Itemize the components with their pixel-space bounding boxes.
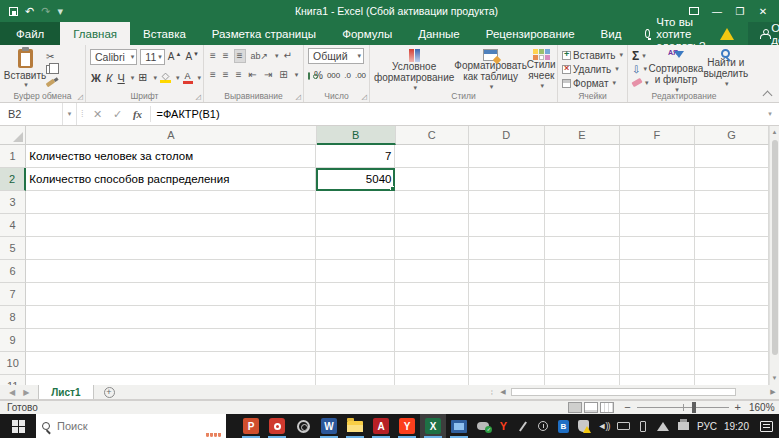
- collapse-ribbon-icon[interactable]: [763, 91, 773, 101]
- paste-dropdown-icon[interactable]: ▾: [24, 81, 28, 89]
- tab-данные[interactable]: Данные: [405, 22, 473, 45]
- cell-B3[interactable]: [316, 191, 395, 214]
- cell-C7[interactable]: [395, 283, 468, 306]
- zoom-out-icon[interactable]: −: [624, 402, 630, 413]
- cell-styles-button[interactable]: Стили ячеек▾: [527, 48, 556, 89]
- cell-D3[interactable]: [469, 191, 545, 214]
- bold-button[interactable]: Ж: [90, 72, 102, 84]
- cell-G2[interactable]: [695, 168, 769, 191]
- cell-F4[interactable]: [620, 214, 695, 237]
- cell-E2[interactable]: [545, 168, 620, 191]
- cell-A3[interactable]: [26, 191, 316, 214]
- cell-B6[interactable]: [316, 260, 395, 283]
- cut-icon[interactable]: ✂: [46, 50, 55, 62]
- font-color-icon[interactable]: А: [183, 72, 193, 84]
- row-header-7[interactable]: 7: [0, 283, 26, 306]
- font-dialog-launcher-icon[interactable]: ◿: [196, 93, 201, 100]
- copy-icon[interactable]: [46, 63, 55, 75]
- search-input[interactable]: [57, 420, 167, 432]
- shrink-font-icon[interactable]: А▼: [185, 51, 200, 62]
- column-header-B[interactable]: B: [317, 126, 396, 145]
- row-header-8[interactable]: 8: [0, 306, 26, 329]
- cell-E7[interactable]: [545, 283, 620, 306]
- cell-G11[interactable]: [695, 375, 769, 385]
- cell-C5[interactable]: [395, 237, 468, 260]
- select-all-corner[interactable]: [0, 126, 26, 145]
- tab-разметка-страницы[interactable]: Разметка страницы: [199, 22, 329, 45]
- accounting-format-icon[interactable]: [308, 72, 310, 80]
- display-settings-icon[interactable]: [446, 414, 472, 438]
- horizontal-scrollbar[interactable]: ◀ ▶: [497, 385, 779, 399]
- name-box[interactable]: B2: [0, 103, 63, 125]
- cell-C11[interactable]: [395, 375, 468, 385]
- cell-D5[interactable]: [469, 237, 545, 260]
- clock-icon[interactable]: [537, 419, 550, 433]
- action-center-icon[interactable]: [760, 421, 773, 432]
- cell-G5[interactable]: [695, 237, 769, 260]
- delete-cells-button[interactable]: Удалить▾: [562, 62, 624, 76]
- cell-B7[interactable]: [316, 283, 395, 306]
- increase-indent-icon[interactable]: ⇥: [262, 69, 274, 81]
- conditional-formatting-button[interactable]: Условное форматирование▾: [374, 48, 454, 89]
- zoom-slider[interactable]: [637, 407, 729, 408]
- redo-icon[interactable]: ↷: [41, 6, 50, 17]
- number-format-combo[interactable]: Общий▾: [308, 48, 364, 64]
- underline-button[interactable]: Ч: [116, 72, 125, 84]
- cell-G4[interactable]: [695, 214, 769, 237]
- cell-A10[interactable]: [26, 352, 316, 375]
- word-icon[interactable]: W: [316, 414, 342, 438]
- row-header-2[interactable]: 2: [0, 168, 26, 191]
- comma-style-icon[interactable]: 000: [327, 71, 340, 80]
- restore-icon[interactable]: ❐: [729, 2, 751, 20]
- wrap-text-icon[interactable]: ↵: [282, 50, 294, 62]
- cell-F7[interactable]: [620, 283, 695, 306]
- normal-view-icon[interactable]: [568, 402, 582, 413]
- scroll-down-icon[interactable]: ▼: [770, 372, 779, 385]
- fill-color-icon[interactable]: [160, 73, 171, 83]
- cell-B4[interactable]: [316, 214, 395, 237]
- clear-icon[interactable]: ▾: [632, 77, 649, 90]
- formula-input[interactable]: =ФАКТР(B1): [157, 108, 761, 120]
- camera-icon[interactable]: [264, 414, 290, 438]
- cell-F3[interactable]: [620, 191, 695, 214]
- page-layout-view-icon[interactable]: [584, 402, 598, 413]
- align-right-icon[interactable]: ≡: [234, 69, 244, 81]
- cell-G8[interactable]: [695, 306, 769, 329]
- align-center-icon[interactable]: ≡: [221, 69, 231, 81]
- phone-icon[interactable]: [637, 419, 650, 433]
- align-bottom-icon[interactable]: ≡: [234, 49, 246, 63]
- format-painter-icon[interactable]: [46, 77, 55, 89]
- italic-button[interactable]: К: [105, 72, 113, 84]
- alignment-dialog-launcher-icon[interactable]: ◿: [296, 93, 301, 100]
- cloud-sync-icon[interactable]: [477, 419, 490, 433]
- activation-warning-icon[interactable]: [720, 28, 734, 40]
- align-middle-icon[interactable]: ≡: [221, 50, 231, 62]
- cell-A5[interactable]: [26, 237, 316, 260]
- cell-A7[interactable]: [26, 283, 316, 306]
- cell-G6[interactable]: [695, 260, 769, 283]
- insert-cells-button[interactable]: Вставить▾: [562, 48, 624, 62]
- increase-decimal-icon[interactable]: .0: [344, 71, 351, 80]
- cell-C9[interactable]: [395, 329, 468, 352]
- volume-icon[interactable]: ◄)): [597, 419, 610, 433]
- sort-filter-button[interactable]: АЯ Сортировка и фильтр▾: [649, 48, 704, 89]
- cell-D8[interactable]: [469, 306, 545, 329]
- cell-F11[interactable]: [620, 375, 695, 385]
- cell-C3[interactable]: [395, 191, 468, 214]
- cell-F9[interactable]: [620, 329, 695, 352]
- cell-D4[interactable]: [469, 214, 545, 237]
- save-icon[interactable]: [9, 7, 18, 16]
- tab-вставка[interactable]: Вставка: [130, 22, 199, 45]
- scroll-right-icon[interactable]: ▶: [767, 388, 779, 396]
- column-header-A[interactable]: A: [26, 126, 316, 145]
- cell-C4[interactable]: [395, 214, 468, 237]
- cell-F5[interactable]: [620, 237, 695, 260]
- enter-icon[interactable]: ✓: [108, 108, 128, 121]
- row-header-5[interactable]: 5: [0, 237, 26, 260]
- column-header-D[interactable]: D: [469, 126, 545, 145]
- row-header-10[interactable]: 10: [0, 352, 26, 375]
- cell-A2[interactable]: Количество способов распределения: [26, 168, 316, 191]
- tab-формулы[interactable]: Формулы: [329, 22, 405, 45]
- undo-icon[interactable]: ↶: [25, 6, 34, 17]
- cell-B2[interactable]: 5040: [316, 168, 395, 191]
